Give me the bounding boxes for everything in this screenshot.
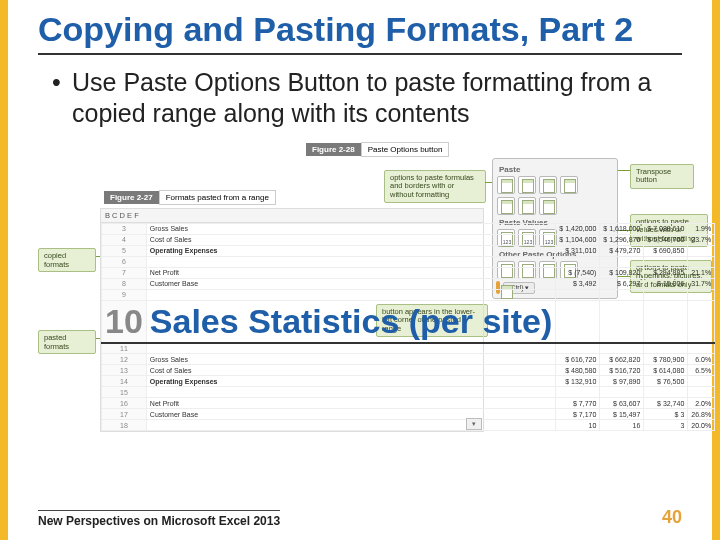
cell: $ 479,270 bbox=[600, 245, 644, 256]
table-row: 17Customer Base$ 7,170$ 15,497$ 326.8% bbox=[102, 409, 715, 420]
connector-line bbox=[485, 182, 492, 183]
callout-paste-formulas: options to paste formulas and borders wi… bbox=[384, 170, 486, 204]
cell: $ 63,607 bbox=[600, 398, 644, 409]
cell: 10 bbox=[102, 300, 147, 343]
paste-icon[interactable] bbox=[497, 176, 515, 194]
cell: 26.8% bbox=[688, 409, 715, 420]
table-row: 10Sales Statistics (per site) bbox=[102, 300, 715, 343]
cell: Gross Sales bbox=[146, 354, 556, 365]
figure-label-left: Figure 2-27 Formats pasted from a range bbox=[104, 190, 276, 205]
cell bbox=[688, 387, 715, 398]
cell bbox=[688, 245, 715, 256]
footer-source: New Perspectives on Microsoft Excel 2013 bbox=[38, 510, 280, 528]
cell: 13 bbox=[102, 365, 147, 376]
cell bbox=[556, 387, 600, 398]
bullet-1: Use Paste Options Button to paste format… bbox=[38, 67, 682, 130]
table-row: 11 bbox=[102, 343, 715, 354]
table-row: 14Operating Expenses$ 132,910$ 97,890$ 7… bbox=[102, 376, 715, 387]
cell: Operating Expenses bbox=[146, 245, 556, 256]
paste-keep-widths-icon[interactable] bbox=[518, 197, 536, 215]
slide: Copying and Pasting Formats, Part 2 Use … bbox=[0, 0, 720, 540]
cell bbox=[644, 289, 688, 300]
cell: 10 bbox=[556, 420, 600, 431]
cell: 21.1% bbox=[688, 267, 715, 278]
cell: 16 bbox=[600, 420, 644, 431]
cell: 17 bbox=[102, 409, 147, 420]
cell: Net Profit bbox=[146, 398, 556, 409]
cell bbox=[688, 289, 715, 300]
cell bbox=[644, 343, 688, 354]
page-number: 40 bbox=[662, 507, 682, 528]
cell: Operating Expenses bbox=[146, 376, 556, 387]
cell: 9 bbox=[102, 289, 147, 300]
cell: Sales Statistics (per site) bbox=[146, 300, 556, 343]
cell: Gross Sales bbox=[146, 223, 556, 234]
cell bbox=[644, 256, 688, 267]
callout-copied-formats: copied formats bbox=[38, 248, 96, 272]
cell bbox=[146, 256, 556, 267]
cell: $ 7,088,610 bbox=[644, 223, 688, 234]
cell: $ 7,170 bbox=[556, 409, 600, 420]
cell: 6 bbox=[102, 256, 147, 267]
cell: $ 614,080 bbox=[644, 365, 688, 376]
figure-area: Figure 2-28 Paste Options button Figure … bbox=[38, 140, 682, 440]
cell: 16 bbox=[102, 398, 147, 409]
panel-heading-paste: Paste bbox=[499, 165, 613, 174]
cell bbox=[688, 343, 715, 354]
paste-no-borders-icon[interactable] bbox=[497, 197, 515, 215]
cell: 31.7% bbox=[688, 278, 715, 289]
cell: $ 480,580 bbox=[556, 365, 600, 376]
cell bbox=[644, 387, 688, 398]
cell bbox=[644, 300, 688, 343]
cell: 6.5% bbox=[688, 365, 715, 376]
paste-formulas-icon[interactable] bbox=[518, 176, 536, 194]
cell: $ 294,885 bbox=[644, 267, 688, 278]
cell: 8 bbox=[102, 278, 147, 289]
cell bbox=[556, 300, 600, 343]
paste-formulas-format-icon[interactable] bbox=[539, 176, 557, 194]
cell bbox=[146, 343, 556, 354]
figure-label-right: Figure 2-28 Paste Options button bbox=[306, 142, 449, 157]
cell: 3 bbox=[644, 420, 688, 431]
cell: 15 bbox=[102, 387, 147, 398]
table-row: 16Net Profit$ 7,770$ 63,607$ 32,7402.0% bbox=[102, 398, 715, 409]
table-row: 13Cost of Sales$ 480,580$ 516,720$ 614,0… bbox=[102, 365, 715, 376]
cell: $ 109,820 bbox=[600, 267, 644, 278]
cell bbox=[688, 256, 715, 267]
paste-transpose-icon[interactable] bbox=[539, 197, 557, 215]
cell: Customer Base bbox=[146, 278, 556, 289]
cell bbox=[688, 376, 715, 387]
cell: $ 97,890 bbox=[600, 376, 644, 387]
paste-options-smart-tag[interactable]: ▾ bbox=[466, 418, 482, 430]
cell: $ 6,297 bbox=[600, 278, 644, 289]
cell: $ 616,720 bbox=[556, 354, 600, 365]
slide-title: Copying and Pasting Formats, Part 2 bbox=[38, 10, 682, 55]
cell: $ 7,770 bbox=[556, 398, 600, 409]
cell: 12 bbox=[102, 354, 147, 365]
cell: Cost of Sales bbox=[146, 234, 556, 245]
table-row: 4Cost of Sales$ 1,104,600$ 1,296,870$ 5,… bbox=[102, 234, 715, 245]
paste-keep-source-icon[interactable] bbox=[560, 176, 578, 194]
figure-number: Figure 2-28 bbox=[306, 143, 361, 156]
cell: $ 516,720 bbox=[600, 365, 644, 376]
cell: $ 15,006 bbox=[644, 278, 688, 289]
cell: $ 32,740 bbox=[644, 398, 688, 409]
table-row: 8Customer Base$ 3,492$ 6,297$ 15,00631.7… bbox=[102, 278, 715, 289]
cell bbox=[600, 289, 644, 300]
cell bbox=[688, 300, 715, 343]
cell: $ 15,497 bbox=[600, 409, 644, 420]
cell: 2.0% bbox=[688, 398, 715, 409]
cell: Cost of Sales bbox=[146, 365, 556, 376]
table-row: 6 bbox=[102, 256, 715, 267]
figure-number: Figure 2-27 bbox=[104, 191, 159, 204]
table-row: 15 bbox=[102, 387, 715, 398]
cell: 7 bbox=[102, 267, 147, 278]
cell bbox=[600, 343, 644, 354]
cell bbox=[600, 300, 644, 343]
cell: $ 132,910 bbox=[556, 376, 600, 387]
table-row: 7Net Profit$ (7,540)$ 109,820$ 294,88521… bbox=[102, 267, 715, 278]
cell: $ 1,420,000 bbox=[556, 223, 600, 234]
cell: 4 bbox=[102, 234, 147, 245]
cell: 6.0% bbox=[688, 354, 715, 365]
cell: $ 3,492 bbox=[556, 278, 600, 289]
